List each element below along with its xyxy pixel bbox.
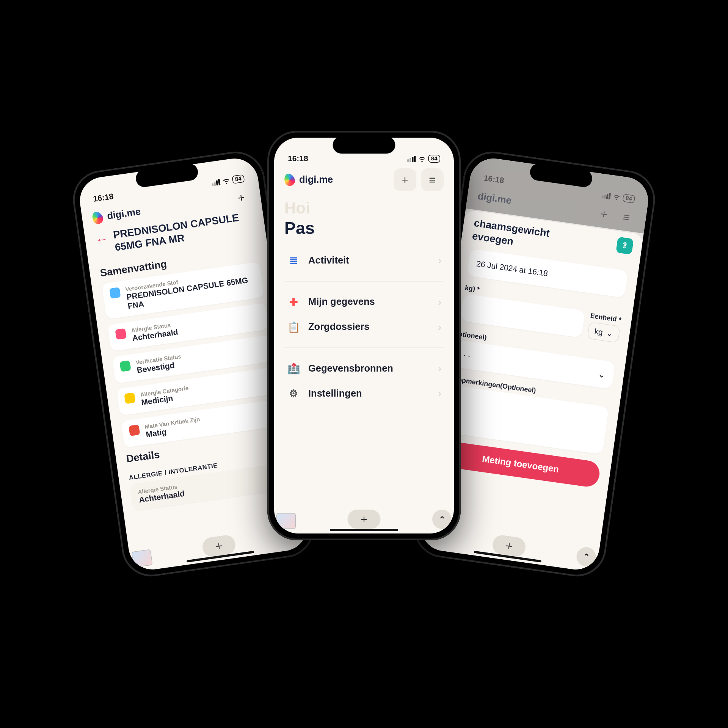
battery-indicator: 84 bbox=[622, 194, 635, 203]
app-logo-icon bbox=[90, 210, 105, 226]
warning-icon bbox=[124, 392, 135, 404]
clipboard-icon: 📋 bbox=[287, 320, 300, 334]
app-logo-icon bbox=[282, 172, 297, 187]
menu-item-label: Mijn gegevens bbox=[308, 297, 375, 308]
app-brand: digi.me bbox=[92, 206, 142, 225]
chevron-down-icon: ⌄ bbox=[606, 328, 613, 338]
menu-item-data-sources[interactable]: 🏥 Gegevensbronnen › bbox=[287, 356, 441, 381]
app-brand-label: digi.me bbox=[299, 174, 333, 185]
status-icon bbox=[115, 328, 126, 340]
add-button[interactable]: + bbox=[394, 168, 416, 191]
chevron-right-icon: › bbox=[438, 362, 441, 375]
unit-select[interactable]: kg ⌄ bbox=[587, 322, 620, 343]
menu-item-label: Gegevensbronnen bbox=[308, 363, 393, 374]
gear-icon: ⚙ bbox=[287, 387, 300, 400]
bottom-bar: + bbox=[274, 510, 454, 529]
app-brand: digi.me bbox=[284, 174, 333, 186]
cellular-icon bbox=[211, 179, 221, 186]
chevron-right-icon: › bbox=[438, 321, 441, 333]
battery-indicator: 84 bbox=[428, 155, 440, 163]
status-time: 16:18 bbox=[93, 191, 114, 203]
app-brand-label: digi.me bbox=[107, 206, 142, 222]
app-bar: digi.me + ≡ bbox=[274, 164, 454, 196]
app-brand-label: digi.me bbox=[477, 191, 512, 207]
home-indicator[interactable] bbox=[330, 529, 398, 531]
alert-icon bbox=[129, 425, 140, 436]
add-button[interactable]: + bbox=[231, 187, 251, 208]
menu-item-label: Instellingen bbox=[308, 388, 362, 399]
wifi-icon bbox=[612, 192, 621, 201]
menu-button[interactable]: ≡ bbox=[616, 207, 637, 228]
chevron-right-icon: › bbox=[438, 296, 441, 308]
cellular-icon bbox=[601, 192, 611, 199]
chevron-right-icon: › bbox=[438, 388, 441, 400]
medical-icon: ✚ bbox=[287, 295, 300, 309]
weight-input[interactable] bbox=[469, 303, 576, 329]
menu-item-label: Activiteit bbox=[308, 255, 349, 266]
back-button[interactable]: ← bbox=[94, 231, 109, 248]
user-name: Pas bbox=[284, 218, 444, 238]
remarks-input[interactable] bbox=[454, 394, 600, 443]
scroll-up-button[interactable]: ⌃ bbox=[575, 546, 597, 568]
status-time: 16:18 bbox=[288, 154, 308, 163]
dock-add-button[interactable]: + bbox=[348, 510, 381, 529]
wifi-icon bbox=[222, 176, 231, 185]
status-time: 16:18 bbox=[483, 173, 505, 185]
unit-value: kg bbox=[594, 326, 603, 337]
battery-indicator: 84 bbox=[232, 174, 245, 184]
chevron-down-icon: ⌄ bbox=[598, 369, 606, 380]
share-button[interactable]: ⇪ bbox=[616, 237, 634, 254]
unit-label: Eenheid * bbox=[590, 312, 622, 324]
wifi-icon bbox=[418, 155, 426, 163]
menu-item-my-data[interactable]: ✚ Mijn gegevens › bbox=[287, 290, 441, 315]
cellular-icon bbox=[407, 155, 416, 162]
menu-item-settings[interactable]: ⚙ Instellingen › bbox=[287, 381, 441, 406]
activity-icon: ≣ bbox=[287, 254, 300, 267]
pill-icon bbox=[109, 287, 121, 298]
menu-item-label: Zorgdossiers bbox=[308, 322, 370, 333]
chevron-right-icon: › bbox=[438, 254, 441, 267]
menu-item-activity[interactable]: ≣ Activiteit › bbox=[287, 248, 441, 273]
menu-button[interactable]: ≡ bbox=[421, 168, 444, 191]
phone-home-menu: 16:18 84 digi.me + ≡ Hoi Pas bbox=[267, 131, 461, 540]
greeting: Hoi bbox=[284, 199, 444, 217]
notch bbox=[333, 136, 395, 154]
status-indicators: 84 bbox=[407, 155, 440, 163]
add-button[interactable]: + bbox=[594, 204, 614, 224]
hospital-icon: 🏥 bbox=[287, 362, 300, 375]
app-brand: digi.me bbox=[477, 191, 512, 207]
menu-item-care-records[interactable]: 📋 Zorgdossiers › bbox=[287, 315, 441, 340]
check-icon bbox=[119, 361, 131, 372]
